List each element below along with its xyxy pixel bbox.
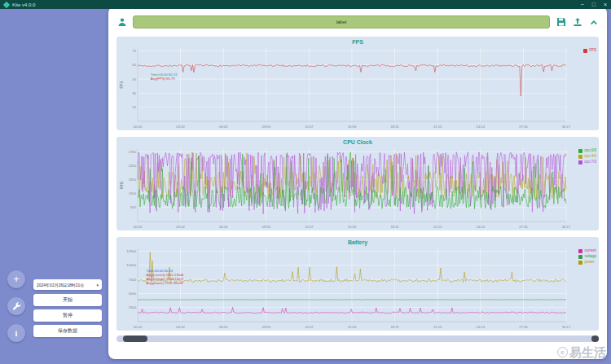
close-icon[interactable]: × xyxy=(604,2,607,7)
svg-text:18:11: 18:11 xyxy=(391,325,400,329)
svg-text:18:11: 18:11 xyxy=(391,125,400,129)
svg-text:30:17: 30:17 xyxy=(562,325,571,329)
svg-text:Avg(power):7258.30mW: Avg(power):7258.30mW xyxy=(147,281,183,285)
start-button[interactable]: 开始 xyxy=(33,294,102,306)
svg-text:15:09: 15:09 xyxy=(348,225,357,229)
save-icon[interactable] xyxy=(556,17,566,28)
chart-plot: 00:0003:0206:0309:0512:0715:0918:1121:13… xyxy=(116,37,599,130)
svg-text:24:14: 24:14 xyxy=(477,225,486,229)
svg-text:2750: 2750 xyxy=(129,150,137,154)
legend-label: power xyxy=(584,261,594,265)
legend-item: power xyxy=(578,261,596,265)
fps-chart-title: FPS xyxy=(116,39,599,45)
cpu-chart-panel: CPU Clock cpu:0/0cpu:4/0cpu:7/0 00:0003:… xyxy=(116,137,599,230)
legend-swatch xyxy=(578,255,582,259)
battery-chart-title: Battery xyxy=(116,239,599,245)
wrench-icon xyxy=(12,302,21,311)
chart-plot: 00:0003:0206:0309:0512:0715:0918:1121:13… xyxy=(116,237,599,331)
svg-text:00:00: 00:00 xyxy=(134,125,143,129)
svg-text:00:00: 00:00 xyxy=(134,225,143,229)
svg-text:Avg(FPS):55.79: Avg(FPS):55.79 xyxy=(151,77,175,81)
svg-text:09:05: 09:05 xyxy=(262,125,271,129)
export-icon[interactable] xyxy=(572,17,582,28)
svg-text:09:05: 09:05 xyxy=(262,225,271,229)
svg-text:2200: 2200 xyxy=(129,164,137,168)
svg-text:27:16: 27:16 xyxy=(519,125,528,129)
svg-text:10000: 10000 xyxy=(126,263,136,267)
watermark: e 易生活 www.yishenghuo.com xyxy=(552,346,606,363)
minimize-icon[interactable]: − xyxy=(581,2,584,7)
svg-text:45: 45 xyxy=(132,77,136,81)
svg-text:60: 60 xyxy=(132,63,136,67)
plus-icon: + xyxy=(13,274,19,285)
tools-button[interactable] xyxy=(7,297,25,315)
legend-item: cpu:4/0 xyxy=(578,155,596,159)
svg-text:12:07: 12:07 xyxy=(305,325,314,329)
svg-text:MHz: MHz xyxy=(120,181,124,189)
collapse-icon[interactable] xyxy=(588,17,599,28)
horizontal-scrollbar[interactable] xyxy=(116,335,599,342)
legend-item: current xyxy=(578,249,596,253)
legend-label: FPS xyxy=(589,49,596,53)
legend-swatch xyxy=(578,155,582,159)
svg-text:27:16: 27:16 xyxy=(519,325,528,329)
label-input[interactable]: label xyxy=(133,15,550,29)
pause-button[interactable]: 暂停 xyxy=(33,309,102,322)
chevron-down-icon: ▾ xyxy=(96,283,99,287)
legend-swatch xyxy=(578,261,582,265)
svg-text:12:07: 12:07 xyxy=(305,225,314,229)
session-select-value: 2024年02月26日18时21分 xyxy=(37,283,84,287)
svg-text:09:05: 09:05 xyxy=(262,325,271,329)
session-select[interactable]: 2024年02月26日18时21分 ▾ xyxy=(33,279,102,290)
svg-text:1100: 1100 xyxy=(129,191,137,195)
fps-chart-panel: FPS FPS 00:0003:0206:0309:0512:0715:0918… xyxy=(116,37,599,130)
svg-text:06:03: 06:03 xyxy=(219,325,228,329)
battery-chart-panel: Battery currentvoltagepower 00:0003:0206… xyxy=(116,237,599,331)
svg-text:24:14: 24:14 xyxy=(477,325,486,329)
svg-text:12:07: 12:07 xyxy=(305,125,314,129)
legend-swatch xyxy=(583,49,587,53)
legend-label: cpu:0/0 xyxy=(584,149,596,153)
svg-text:15:09: 15:09 xyxy=(348,125,357,129)
svg-text:06:03: 06:03 xyxy=(219,125,228,129)
battery-chart-legend: currentvoltagepower xyxy=(578,249,596,265)
svg-text:18:11: 18:11 xyxy=(391,225,400,229)
svg-text:24:14: 24:14 xyxy=(477,125,486,129)
scrollbar-handle[interactable] xyxy=(123,335,147,342)
window-titlebar: Kite v4.0.0 − □ × xyxy=(0,0,611,9)
window-title: Kite v4.0.0 xyxy=(12,2,35,7)
watermark-url: www.yishenghuo.com xyxy=(552,358,606,363)
info-button[interactable]: i xyxy=(7,324,25,342)
user-icon[interactable] xyxy=(116,17,127,28)
svg-text:30:17: 30:17 xyxy=(562,125,571,129)
svg-text:5000: 5000 xyxy=(129,292,137,296)
toolbar: label xyxy=(116,13,599,31)
maximize-icon[interactable]: □ xyxy=(592,2,596,7)
add-button[interactable]: + xyxy=(7,270,25,288)
scrollbar-end-button[interactable] xyxy=(591,335,599,342)
save-data-button[interactable]: 保存数据 xyxy=(33,325,102,337)
app-icon xyxy=(3,1,10,7)
legend-item: FPS xyxy=(583,49,596,53)
cpu-chart-title: CPU Clock xyxy=(116,139,599,145)
legend-swatch xyxy=(578,149,582,153)
legend-label: current xyxy=(584,249,596,253)
svg-text:03:02: 03:02 xyxy=(176,225,185,229)
svg-text:2500: 2500 xyxy=(129,305,137,309)
legend-label: cpu:7/0 xyxy=(584,160,596,164)
svg-text:03:02: 03:02 xyxy=(176,325,185,329)
watermark-badge: e xyxy=(557,347,568,357)
legend-item: cpu:7/0 xyxy=(578,160,596,164)
svg-text:1650: 1650 xyxy=(129,178,137,182)
svg-text:30: 30 xyxy=(132,91,136,95)
svg-text:15: 15 xyxy=(132,105,136,109)
svg-text:550: 550 xyxy=(130,205,137,209)
svg-text:30:17: 30:17 xyxy=(562,225,571,229)
charts-container: FPS FPS 00:0003:0206:0309:0512:0715:0918… xyxy=(116,37,599,331)
cpu-chart-legend: cpu:0/0cpu:4/0cpu:7/0 xyxy=(578,149,596,164)
svg-text:03:02: 03:02 xyxy=(176,125,185,129)
main-card: label FPS FPS 00:0003:0206:0309:0512:071… xyxy=(108,7,607,359)
fps-chart-legend: FPS xyxy=(583,49,596,53)
svg-text:21:13: 21:13 xyxy=(433,325,442,329)
svg-text:FPS: FPS xyxy=(120,81,124,89)
